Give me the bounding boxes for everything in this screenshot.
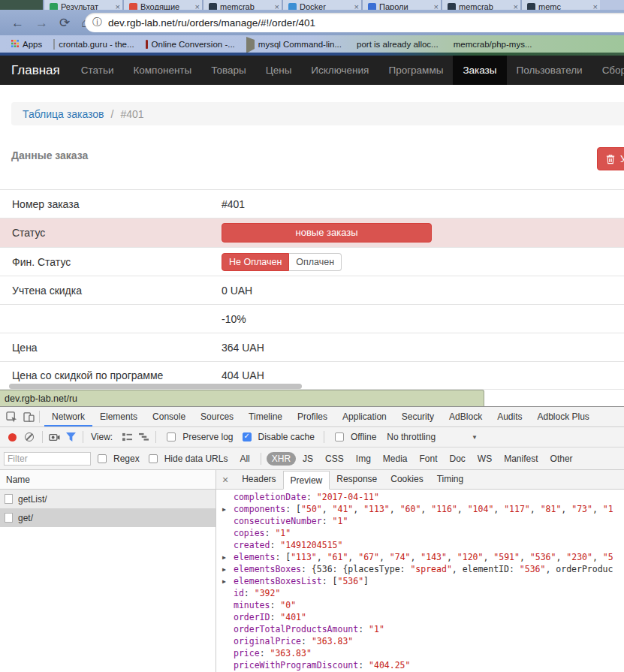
- navbar-brand[interactable]: Главная: [0, 56, 71, 85]
- tab-close-icon[interactable]: ×: [593, 2, 598, 10]
- devtools-tab[interactable]: Security: [394, 407, 442, 426]
- paid-button[interactable]: Оплачен: [289, 253, 342, 271]
- tab-close-icon[interactable]: ×: [275, 2, 279, 10]
- tab-close-icon[interactable]: ×: [195, 2, 200, 10]
- offline-label: Offline: [351, 432, 376, 442]
- bookmark-item[interactable]: crontab.guru - the...: [53, 40, 134, 49]
- detail-tab[interactable]: Timing: [430, 470, 471, 489]
- clear-icon[interactable]: [25, 432, 34, 441]
- browser-tab[interactable]: memcrab×: [202, 0, 282, 10]
- nav-item[interactable]: Сборка: [592, 56, 624, 85]
- json-punctuation: , elementID:: [452, 564, 520, 574]
- expand-arrow-icon[interactable]: ▶: [222, 552, 226, 564]
- devtools-tab[interactable]: AdBlock: [442, 407, 490, 426]
- hide-data-urls-checkbox[interactable]: [149, 454, 158, 463]
- delete-order-button[interactable]: У: [597, 147, 624, 170]
- devtools-tab[interactable]: Application: [335, 407, 394, 426]
- request-list-header[interactable]: Name: [0, 470, 216, 490]
- horizontal-scrollbar-thumb[interactable]: [9, 384, 302, 389]
- bookmark-item[interactable]: Apps: [11, 40, 42, 49]
- address-bar[interactable]: ⓘ dev.rgb-lab.net/ru/orders/manage/#!/or…: [85, 13, 624, 32]
- browser-tab[interactable]: Docker×: [282, 0, 361, 10]
- devtools-tab[interactable]: Audits: [490, 407, 529, 426]
- preserve-log-checkbox[interactable]: [167, 432, 176, 441]
- nav-item[interactable]: Статьи: [71, 56, 124, 85]
- nav-item[interactable]: Заказы: [453, 56, 506, 85]
- detail-tab[interactable]: Cookies: [384, 470, 430, 489]
- unpaid-button[interactable]: Не Оплачен: [222, 253, 289, 271]
- filter-funnel-icon[interactable]: [66, 432, 76, 441]
- filter-type-pill[interactable]: Other: [545, 452, 578, 466]
- nav-item[interactable]: Исключения: [301, 56, 378, 85]
- tab-close-icon[interactable]: ×: [354, 2, 359, 10]
- nav-item[interactable]: Цены: [256, 56, 302, 85]
- disable-cache-checkbox[interactable]: [243, 432, 252, 441]
- expand-arrow-icon[interactable]: ▶: [222, 564, 226, 576]
- regex-checkbox[interactable]: [98, 454, 107, 463]
- bookmark-item[interactable]: memcrab/php-mys...: [450, 40, 532, 49]
- nav-item[interactable]: Компоненты: [123, 56, 201, 85]
- browser-tab[interactable]: memc×: [520, 0, 600, 10]
- inspect-element-icon[interactable]: [6, 411, 17, 423]
- expand-arrow-icon[interactable]: ▶: [222, 576, 226, 588]
- json-punctuation: : {536: {placesType:: [301, 564, 410, 574]
- reload-icon[interactable]: ⟳: [59, 17, 70, 29]
- filter-type-pill[interactable]: WS: [472, 452, 497, 466]
- browser-tab-content: memc×: [527, 2, 598, 10]
- waterfall-icon[interactable]: [138, 432, 149, 441]
- tab-close-icon[interactable]: ×: [434, 2, 439, 10]
- expand-arrow-icon[interactable]: ▶: [222, 504, 226, 516]
- detail-tab[interactable]: Preview: [283, 471, 330, 490]
- request-row[interactable]: getList/: [0, 490, 216, 508]
- filter-type-pill[interactable]: Media: [378, 452, 413, 466]
- bookmark-item[interactable]: mysql Command-lin...: [246, 40, 342, 49]
- table-row: Цена 364 UAH: [0, 333, 624, 361]
- close-icon[interactable]: ×: [222, 474, 228, 486]
- chevron-down-icon[interactable]: ▼: [472, 434, 478, 441]
- json-punctuation: :: [301, 636, 312, 646]
- filter-type-pill[interactable]: Manifest: [499, 452, 543, 466]
- filter-input[interactable]: [4, 452, 91, 466]
- detail-tab[interactable]: Response: [330, 470, 384, 489]
- bookmark-item[interactable]: Online Conversion -...: [146, 40, 235, 49]
- bookmark-item[interactable]: port is already alloc...: [353, 40, 439, 49]
- browser-tab[interactable]: Пароли×: [361, 0, 441, 10]
- back-icon[interactable]: ←: [11, 17, 24, 29]
- browser-tab[interactable]: Результат×: [43, 0, 122, 10]
- order-status-button[interactable]: новые заказы: [222, 223, 432, 243]
- devtools-tab[interactable]: Adblock Plus: [530, 407, 597, 426]
- breadcrumb-link[interactable]: Таблица заказов: [23, 108, 104, 120]
- filter-type-pill[interactable]: Font: [414, 452, 443, 466]
- site-info-icon[interactable]: ⓘ: [92, 16, 102, 29]
- filter-type-pill[interactable]: XHR: [267, 452, 296, 466]
- nav-item[interactable]: Товары: [201, 56, 255, 85]
- filter-type-pill[interactable]: Doc: [445, 452, 471, 466]
- devtools-tab[interactable]: Sources: [193, 407, 241, 426]
- forward-icon[interactable]: →: [35, 17, 48, 29]
- large-rows-icon[interactable]: [122, 432, 133, 441]
- tab-close-icon[interactable]: ×: [514, 2, 518, 10]
- browser-tab-strip: Результат×Входящие×memcrab×Docker×Пароли…: [0, 0, 624, 10]
- browser-tab[interactable]: Входящие×: [122, 0, 202, 10]
- device-toolbar-icon[interactable]: [23, 412, 35, 422]
- json-key: id: [234, 588, 244, 598]
- devtools-tab[interactable]: Timeline: [241, 407, 290, 426]
- browser-tab[interactable]: memcrab×: [441, 0, 520, 10]
- filter-type-pill[interactable]: CSS: [320, 452, 349, 466]
- devtools-tab[interactable]: Network: [44, 407, 92, 426]
- filter-type-pill[interactable]: All: [234, 452, 255, 466]
- devtools-tab[interactable]: Profiles: [290, 407, 335, 426]
- screenshot-capture-icon[interactable]: [49, 433, 60, 441]
- tab-close-icon[interactable]: ×: [116, 2, 120, 10]
- filter-type-pill[interactable]: JS: [297, 452, 318, 466]
- record-icon[interactable]: [8, 433, 17, 441]
- nav-item[interactable]: Пользователи: [507, 56, 592, 85]
- throttling-dropdown[interactable]: No throttling: [387, 432, 436, 442]
- nav-item[interactable]: Программы: [378, 56, 453, 85]
- devtools-tab[interactable]: Console: [145, 407, 193, 426]
- offline-checkbox[interactable]: [335, 432, 344, 441]
- devtools-tab[interactable]: Elements: [92, 407, 145, 426]
- filter-type-pill[interactable]: Img: [351, 452, 376, 466]
- detail-tab[interactable]: Headers: [235, 470, 282, 489]
- request-row[interactable]: get/: [0, 508, 216, 527]
